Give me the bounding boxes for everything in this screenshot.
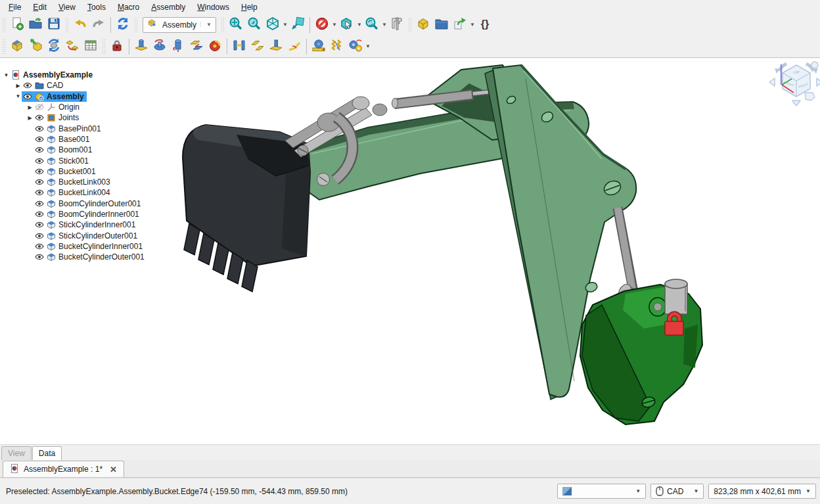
- visibility-eye-icon[interactable]: [35, 210, 44, 219]
- create-group-button[interactable]: [432, 16, 451, 34]
- fit-selection-button[interactable]: [245, 16, 263, 34]
- navigation-style-selector[interactable]: CAD ▼: [650, 484, 704, 499]
- part-base-pin[interactable]: [665, 279, 687, 314]
- create-part-button[interactable]: [414, 16, 432, 34]
- refresh-button[interactable]: [114, 16, 132, 34]
- menu-macro[interactable]: Macro: [112, 1, 145, 13]
- save-document-button[interactable]: [45, 16, 63, 34]
- undo-button[interactable]: [71, 16, 89, 34]
- tree-item-basepin001[interactable]: BasePin001: [0, 123, 172, 133]
- visibility-eye-icon[interactable]: [35, 145, 44, 154]
- expander-down-icon[interactable]: ▼: [14, 93, 22, 99]
- visibility-eye-icon[interactable]: [35, 188, 44, 197]
- menu-view[interactable]: View: [53, 1, 81, 13]
- part-bucket[interactable]: [183, 125, 310, 292]
- tree-item-boom001[interactable]: Boom001: [0, 145, 172, 155]
- visibility-eye-icon[interactable]: [23, 81, 32, 90]
- sync-view-button[interactable]: [363, 16, 381, 34]
- visibility-eye-icon[interactable]: [35, 167, 44, 176]
- gears-joint-button[interactable]: [346, 37, 365, 56]
- create-assembly-button[interactable]: [8, 37, 26, 56]
- expander-right-icon[interactable]: ▶: [26, 115, 34, 121]
- visibility-eye-icon[interactable]: [23, 92, 32, 101]
- toolbar-drag-handle[interactable]: [408, 17, 412, 33]
- draw-style-selector[interactable]: ▼: [557, 484, 646, 499]
- view-dimensions-selector[interactable]: 823,28 mm x 402,61 mm ▼: [708, 484, 816, 499]
- cylindrical-joint-button[interactable]: [169, 37, 187, 56]
- tree-item-stickcylinderouter001[interactable]: StickCylinderOuter001: [0, 230, 172, 241]
- isometric-view-dropdown[interactable]: ▼: [282, 16, 288, 34]
- visibility-eye-icon[interactable]: [35, 124, 44, 133]
- menu-assembly[interactable]: Assembly: [145, 1, 191, 13]
- toggle-grounded-button[interactable]: [108, 37, 126, 56]
- viewport-3d[interactable]: TOP FRONT RIGHT ▼AssemblyExample▶CAD▼Ass…: [0, 58, 820, 444]
- menu-edit[interactable]: Edit: [27, 1, 53, 13]
- zoom-region-button[interactable]: [288, 16, 307, 34]
- visibility-eye-icon[interactable]: [35, 177, 44, 187]
- clipping-plane-dropdown[interactable]: ▼: [331, 16, 338, 34]
- angle-joint-button[interactable]: [285, 37, 304, 56]
- box-element-selection-button[interactable]: [338, 16, 356, 34]
- expander-right-icon[interactable]: ▶: [26, 104, 34, 110]
- bill-of-materials-button[interactable]: [81, 37, 100, 56]
- revolute-joint-button[interactable]: [150, 37, 169, 56]
- tree-item-bucketcylinderinner001[interactable]: BucketCylinderInner001: [0, 241, 172, 252]
- tree-item-assembly[interactable]: ▼Assembly: [0, 91, 172, 102]
- toolbar-drag-handle[interactable]: [2, 17, 6, 33]
- clipping-plane-button[interactable]: [313, 16, 331, 34]
- toolbar-drag-handle[interactable]: [65, 17, 69, 33]
- tree-item-bucketcylinderouter001[interactable]: BucketCylinderOuter001: [0, 252, 172, 262]
- open-document-button[interactable]: [26, 16, 45, 34]
- tree-item-stick001[interactable]: Stick001: [0, 155, 172, 166]
- menu-file[interactable]: File: [3, 1, 27, 13]
- tree-item-bucketlink004[interactable]: BucketLink004: [0, 187, 172, 198]
- fixed-joint-button[interactable]: [132, 37, 150, 56]
- expander-right-icon[interactable]: ▶: [14, 83, 22, 89]
- tree-item-assemblyexample[interactable]: ▼AssemblyExample: [0, 70, 172, 80]
- perpendicular-joint-button[interactable]: [267, 37, 285, 56]
- box-element-selection-dropdown[interactable]: ▼: [356, 16, 363, 34]
- menu-help[interactable]: Help: [235, 1, 263, 13]
- menu-windows[interactable]: Windows: [191, 1, 235, 13]
- insert-component-button[interactable]: [26, 37, 45, 56]
- tab-data[interactable]: Data: [32, 446, 62, 461]
- gears-joint-dropdown[interactable]: ▼: [365, 37, 371, 56]
- workbench-selector[interactable]: Assembly▼: [143, 17, 216, 33]
- visibility-eye-icon[interactable]: [35, 199, 44, 208]
- measure-button[interactable]: [388, 16, 406, 34]
- solve-assembly-button[interactable]: [45, 37, 63, 56]
- fit-all-button[interactable]: [227, 16, 245, 34]
- tab-view[interactable]: View: [1, 446, 32, 461]
- tree-item-base001[interactable]: Base001: [0, 134, 172, 145]
- link-actions-dropdown[interactable]: ▼: [469, 16, 476, 34]
- visibility-eye-icon[interactable]: [35, 135, 44, 144]
- tree-item-bucketlink003[interactable]: BucketLink003: [0, 177, 172, 187]
- toolbar-drag-handle[interactable]: [2, 39, 6, 55]
- visibility-eye-icon[interactable]: [35, 156, 44, 166]
- screw-joint-button[interactable]: [328, 37, 346, 56]
- close-icon[interactable]: ✕: [107, 465, 117, 474]
- tree-item-cad[interactable]: ▶CAD: [0, 80, 172, 91]
- toolbar-drag-handle[interactable]: [134, 17, 138, 33]
- tree-item-boomcylinderinner001[interactable]: BoomCylinderInner001: [0, 209, 172, 219]
- parallel-joint-button[interactable]: [248, 37, 267, 56]
- toolbar-drag-handle[interactable]: [102, 39, 106, 55]
- tree-item-joints[interactable]: ▶Joints: [0, 112, 172, 123]
- rack-pinion-joint-button[interactable]: [309, 37, 328, 56]
- visibility-eye-icon[interactable]: [35, 242, 44, 251]
- link-actions-button[interactable]: [451, 16, 469, 34]
- document-tab[interactable]: AssemblyExample : 1* ✕: [3, 461, 124, 477]
- visibility-eye-icon[interactable]: [35, 252, 44, 262]
- new-document-button[interactable]: [8, 16, 26, 34]
- tree-item-stickcylinderinner001[interactable]: StickCylinderInner001: [0, 219, 172, 230]
- tree-item-boomcylinderouter001[interactable]: BoomCylinderOuter001: [0, 198, 172, 209]
- visibility-eye-icon[interactable]: [35, 103, 44, 112]
- ball-joint-button[interactable]: [206, 37, 224, 56]
- isometric-view-button[interactable]: [263, 16, 282, 34]
- distance-joint-button[interactable]: [230, 37, 248, 56]
- visibility-eye-icon[interactable]: [35, 220, 44, 229]
- expander-down-icon[interactable]: ▼: [3, 72, 10, 78]
- tree-item-bucket001[interactable]: Bucket001: [0, 166, 172, 177]
- slider-joint-button[interactable]: [187, 37, 206, 56]
- visibility-eye-icon[interactable]: [35, 231, 44, 241]
